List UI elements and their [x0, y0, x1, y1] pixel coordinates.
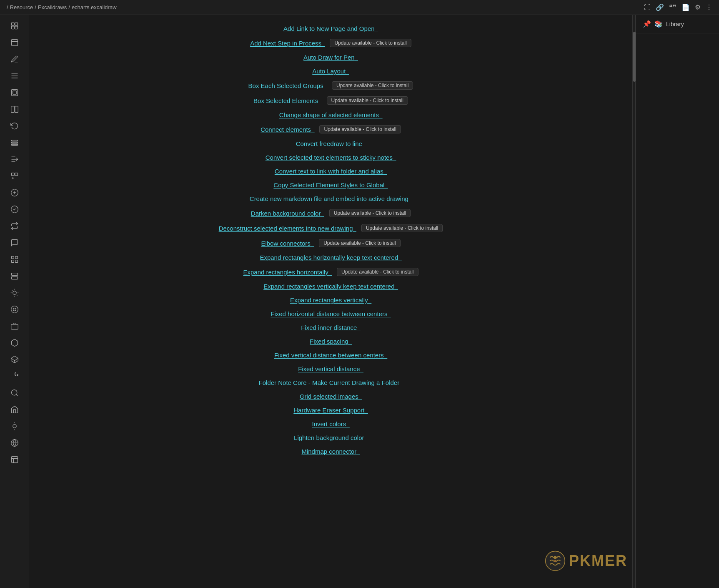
- breadcrumb-excalidraws[interactable]: Excalidraws: [38, 4, 67, 10]
- plugin-name[interactable]: Expand rectangles horizontally keep text…: [260, 254, 401, 261]
- plugin-name[interactable]: Change shape of selected elements: [279, 111, 383, 118]
- plugin-name[interactable]: Box Each Selected Groups: [248, 82, 327, 89]
- sidebar-plugin-12[interactable]: [5, 202, 24, 217]
- plugin-name[interactable]: Grid selected images: [300, 393, 362, 400]
- fullscreen-icon[interactable]: ⛶: [644, 4, 651, 11]
- sidebar-plugin-11[interactable]: [5, 185, 24, 200]
- breadcrumb-file[interactable]: echarts.excalidraw: [72, 4, 117, 10]
- plugin-item: Convert freedraw to line: [46, 137, 616, 151]
- sidebar-plugin-9[interactable]: [5, 152, 24, 167]
- sidebar-plugin-7[interactable]: [5, 118, 24, 133]
- plugin-list: Add Link to New Page and OpenAdd Next St…: [29, 15, 632, 588]
- plugin-name[interactable]: Folder Note Core - Make Current Drawing …: [259, 379, 403, 386]
- plugin-item: Deconstruct selected elements into new d…: [46, 221, 616, 236]
- sidebar-plugin-17[interactable]: [5, 285, 24, 300]
- plugin-name[interactable]: Fixed vertical distance between centers: [274, 352, 387, 359]
- update-badge[interactable]: Update available - Click to install: [327, 96, 408, 105]
- update-badge[interactable]: Update available - Click to install: [329, 209, 411, 217]
- plugin-name[interactable]: Auto Draw for Pen: [303, 54, 358, 61]
- plugin-name[interactable]: Convert selected text elements to sticky…: [266, 154, 396, 161]
- svg-rect-12: [15, 106, 18, 113]
- plugin-name[interactable]: Connect elements: [261, 126, 314, 133]
- svg-rect-31: [11, 273, 18, 276]
- plugin-name[interactable]: Lighten background color: [294, 434, 368, 441]
- plugin-name[interactable]: Convert text to link with folder and ali…: [275, 168, 387, 175]
- sidebar-plugin-1[interactable]: [5, 18, 24, 33]
- settings-icon[interactable]: ⚙: [695, 3, 701, 11]
- sidebar-plugin-14[interactable]: [5, 235, 24, 250]
- top-bar: / Resource / Excalidraws / echarts.excal…: [0, 0, 719, 15]
- sidebar-plugin-18[interactable]: [5, 302, 24, 317]
- plugin-name[interactable]: Create new markdown file and embed into …: [250, 195, 412, 202]
- plugin-name[interactable]: Darken background color: [251, 210, 324, 217]
- plugin-item: Convert text to link with folder and ali…: [46, 164, 616, 178]
- plugin-name[interactable]: Fixed inner distance: [301, 324, 361, 331]
- plugin-name[interactable]: Add Link to New Page and Open: [283, 25, 378, 32]
- plugin-name[interactable]: Invert colors: [312, 420, 349, 427]
- link-icon[interactable]: 🔗: [656, 3, 664, 11]
- library-icon: 📌: [643, 20, 651, 28]
- plugin-item: Box Selected ElementsUpdate available - …: [46, 93, 616, 108]
- sidebar-plugin-5[interactable]: [5, 85, 24, 100]
- plugin-name[interactable]: Fixed horizontal distance between center…: [271, 310, 391, 317]
- sidebar-plugin-27[interactable]: [5, 452, 24, 467]
- scroll-thumb[interactable]: [633, 32, 636, 82]
- file-icon[interactable]: 📄: [681, 3, 690, 11]
- plugin-item: Fixed horizontal distance between center…: [46, 307, 616, 321]
- sidebar-plugin-13[interactable]: [5, 219, 24, 234]
- breadcrumb-resource[interactable]: Resource: [10, 4, 33, 10]
- plugin-name[interactable]: Add Next Step in Process: [250, 40, 325, 47]
- sidebar-plugin-21[interactable]: [5, 352, 24, 367]
- sidebar-plugin-15[interactable]: [5, 252, 24, 267]
- sidebar-plugin-20[interactable]: [5, 335, 24, 350]
- plugin-name[interactable]: Expand rectangles vertically keep text c…: [263, 283, 398, 290]
- plugin-name[interactable]: Expand rectangles horizontally: [243, 269, 332, 276]
- svg-rect-14: [11, 142, 18, 143]
- sidebar-plugin-8[interactable]: [5, 135, 24, 150]
- svg-line-36: [12, 290, 12, 291]
- plugin-name[interactable]: Box Selected Elements: [253, 97, 321, 104]
- sidebar-plugin-23[interactable]: [5, 385, 24, 400]
- svg-point-47: [13, 425, 16, 428]
- plugin-name[interactable]: Fixed vertical distance: [298, 365, 363, 372]
- scrollbar[interactable]: [632, 15, 636, 588]
- plugin-name[interactable]: Mindmap connector: [301, 448, 360, 455]
- plugin-name[interactable]: Auto Layout: [312, 68, 349, 75]
- pkmer-logo-icon: [545, 550, 566, 571]
- plugin-item: Hardware Eraser Support: [46, 403, 616, 417]
- sidebar-plugin-4[interactable]: [5, 68, 24, 83]
- more-icon[interactable]: ⋮: [706, 3, 712, 11]
- plugin-name[interactable]: Copy Selected Element Styles to Global: [273, 181, 388, 188]
- plugin-name[interactable]: Elbow connectors: [261, 240, 314, 247]
- svg-rect-10: [13, 91, 16, 94]
- update-badge[interactable]: Update available - Click to install: [330, 39, 411, 47]
- sidebar-plugin-19[interactable]: [5, 319, 24, 334]
- sidebar-plugin-16[interactable]: [5, 269, 24, 284]
- sidebar-plugin-24[interactable]: [5, 402, 24, 417]
- sidebar-plugin-22[interactable]: [5, 369, 24, 384]
- quote-icon[interactable]: ❝❞: [669, 3, 676, 11]
- plugin-name[interactable]: Fixed spacing: [310, 338, 352, 345]
- update-badge[interactable]: Update available - Click to install: [319, 125, 401, 133]
- sidebar-plugin-2[interactable]: [5, 35, 24, 50]
- sidebar-plugin-25[interactable]: [5, 419, 24, 434]
- svg-rect-28: [15, 256, 18, 259]
- plugin-item: Lighten background color: [46, 431, 616, 445]
- sidebar-plugin-3[interactable]: [5, 52, 24, 67]
- plugin-name[interactable]: Expand rectangles vertically: [290, 297, 371, 304]
- plugin-item: Expand rectangles vertically keep text c…: [46, 279, 616, 293]
- plugin-name[interactable]: Deconstruct selected elements into new d…: [219, 225, 356, 232]
- sidebar-plugin-26[interactable]: [5, 435, 24, 450]
- update-badge[interactable]: Update available - Click to install: [361, 224, 443, 232]
- plugin-name[interactable]: Hardware Eraser Support: [293, 407, 368, 414]
- content-area: Add Link to New Page and OpenAdd Next St…: [29, 15, 719, 588]
- plugin-item: Elbow connectorsUpdate available - Click…: [46, 236, 616, 251]
- right-panel: 📌 📚 Library: [636, 15, 719, 588]
- sidebar-plugin-10[interactable]: [5, 168, 24, 183]
- plugin-name[interactable]: Convert freedraw to line: [296, 140, 366, 147]
- update-badge[interactable]: Update available - Click to install: [319, 239, 400, 247]
- right-panel-header: 📌 📚 Library: [636, 15, 719, 33]
- update-badge[interactable]: Update available - Click to install: [337, 268, 418, 276]
- update-badge[interactable]: Update available - Click to install: [332, 81, 413, 90]
- sidebar-plugin-6[interactable]: [5, 102, 24, 117]
